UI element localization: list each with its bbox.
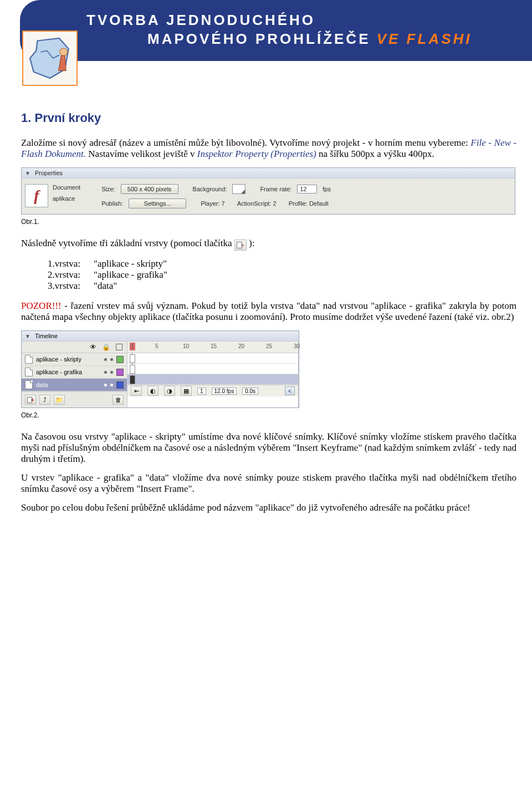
timeline-panel-header[interactable]: ▼ Timeline xyxy=(22,331,299,342)
visibility-dot[interactable] xyxy=(104,384,107,386)
insert-layer-icon[interactable]: + xyxy=(25,395,36,405)
paragraph-insertframe: U vrstev "aplikace - grafika" a "data" v… xyxy=(21,472,516,495)
properties-panel-header[interactable]: ▼ Properties xyxy=(22,168,515,179)
properties-panel-title: Properties xyxy=(35,170,63,176)
outline-color-swatch[interactable] xyxy=(116,381,124,389)
layer-val: "aplikace - skripty" xyxy=(94,258,167,269)
layer-icon xyxy=(25,355,33,364)
layer-name: aplikace - skripty xyxy=(36,356,101,363)
paragraph-warning: POZOR!!! - řazení vrstev má svůj význam.… xyxy=(21,300,516,323)
paragraph-layers-intro: Následně vytvoříme tři základní vrstvy (… xyxy=(21,238,516,251)
svg-marker-2 xyxy=(241,190,245,193)
timeline-panel-title: Timeline xyxy=(35,333,58,339)
layer-name: aplikace - grafika xyxy=(36,369,101,375)
paragraph-save: Soubor po celou dobu řešení průběžně ukl… xyxy=(21,502,516,513)
document-label: Document xyxy=(53,184,80,191)
onion-outline-icon[interactable]: ◑ xyxy=(164,386,175,396)
framerate-label: Frame rate: xyxy=(260,186,291,192)
banner-logo-icon xyxy=(22,30,78,86)
layer-name: data xyxy=(36,381,101,388)
paragraph-intro: Založíme si nový adresář (název a umístě… xyxy=(21,137,516,160)
banner-title-line1: Tvorba jednoduchého xyxy=(86,11,532,30)
properties-panel-body: f Document aplikace Size: 500 x 400 pixe… xyxy=(22,179,515,214)
size-button[interactable]: 500 x 400 pixels xyxy=(121,184,178,194)
settings-button[interactable]: Settings... xyxy=(129,198,186,208)
scroll-left-icon[interactable]: < xyxy=(285,386,295,395)
figure1-caption: Obr.1. xyxy=(21,218,516,226)
insert-layer-icon: + xyxy=(234,239,247,251)
center-frame-icon[interactable]: ⇤ xyxy=(131,386,142,396)
lock-dot[interactable] xyxy=(110,384,113,386)
fps-label: fps xyxy=(323,186,331,192)
figure2-caption: Obr.2. xyxy=(21,411,516,419)
application-name: aplikace xyxy=(53,195,80,202)
keyframe-cell[interactable] xyxy=(130,375,135,384)
lock-icon[interactable]: 🔒 xyxy=(102,343,110,351)
timeline-ruler[interactable]: 1 5 10 15 20 25 30 xyxy=(127,342,298,353)
layer-val: "aplikace - grafika" xyxy=(94,269,167,281)
timeline-layers-column: 👁 🔒 aplikace - skripty aplikace - grafik… xyxy=(22,342,127,407)
section-heading: 1. První kroky xyxy=(21,111,516,125)
insert-folder-icon[interactable]: 📁 xyxy=(54,395,65,405)
warn-label: POZOR!!! xyxy=(21,300,62,311)
banner-bar: Tvorba jednoduchého mapového prohlížeče … xyxy=(20,0,532,61)
current-frame-field: 1 xyxy=(197,388,206,395)
timeline-track-row[interactable] xyxy=(127,353,298,364)
keyframe-cell[interactable] xyxy=(130,354,135,363)
timeline-track-area[interactable]: 1 5 10 15 20 25 30 xyxy=(127,342,299,407)
collapse-triangle-icon[interactable]: ▼ xyxy=(25,333,30,339)
collapse-triangle-icon[interactable]: ▼ xyxy=(25,170,30,176)
fps-field: 12.0 fps xyxy=(212,388,237,395)
layer-icon xyxy=(25,368,33,376)
elapsed-time-field: 0.0s xyxy=(242,388,258,395)
delete-layer-icon[interactable]: 🗑 xyxy=(112,395,124,405)
header-banner: Tvorba jednoduchého mapového prohlížeče … xyxy=(0,0,532,94)
background-label: Background: xyxy=(193,186,227,192)
svg-point-1 xyxy=(60,48,68,56)
lock-dot[interactable] xyxy=(110,371,113,374)
properties-panel: ▼ Properties f Document aplikace Size: 5… xyxy=(21,167,515,215)
timeline-layer-row[interactable]: aplikace - grafika xyxy=(22,366,127,379)
onion-skin-icon[interactable]: ◐ xyxy=(147,386,158,396)
timeline-panel: ▼ Timeline 👁 🔒 aplikace - skripty xyxy=(21,330,299,408)
layer-icon xyxy=(25,380,33,389)
visibility-dot[interactable] xyxy=(104,358,107,361)
document-type-icon: f xyxy=(25,184,48,207)
actionscript-label: ActionScript: 2 xyxy=(237,200,277,207)
player-label: Player: 7 xyxy=(201,200,224,207)
timeline-layers-footer: + ⤴ 📁 🗑 xyxy=(22,391,127,407)
publish-label: Publish: xyxy=(101,200,123,207)
timeline-layer-row[interactable]: aplikace - skripty xyxy=(22,353,127,366)
lock-dot[interactable] xyxy=(110,358,113,361)
timeline-track-row-selected[interactable] xyxy=(127,374,298,385)
edit-multiple-icon[interactable]: ▦ xyxy=(181,386,192,396)
framerate-input[interactable]: 12 xyxy=(297,185,317,193)
background-swatch[interactable] xyxy=(232,184,245,194)
timeline-track-footer: ⇤ ◐ ◑ ▦ 1 12.0 fps 0.0s < xyxy=(127,385,298,396)
layer-key: 3.vrstva: xyxy=(21,281,94,292)
paragraph-keyframes: Na časovou osu vrstvy "aplikace - skript… xyxy=(21,431,516,465)
page-content: 1. První kroky Založíme si nový adresář … xyxy=(0,111,532,543)
outline-color-swatch[interactable] xyxy=(116,356,124,363)
size-label: Size: xyxy=(101,186,115,192)
keyframe-cell[interactable] xyxy=(130,365,135,374)
profile-label: Profile: Default xyxy=(289,200,329,207)
outline-icon[interactable] xyxy=(116,344,122,350)
layer-list: 1.vrstva:"aplikace - skripty" 2.vrstva:"… xyxy=(21,258,167,292)
visibility-dot[interactable] xyxy=(104,371,107,374)
eye-icon[interactable]: 👁 xyxy=(90,343,96,351)
outline-color-swatch[interactable] xyxy=(116,369,124,376)
layer-val: "data" xyxy=(94,281,167,292)
banner-title-line2: mapového prohlížeče ve FLASHI xyxy=(147,30,532,49)
insert-motion-icon[interactable]: ⤴ xyxy=(39,395,50,405)
timeline-track-row[interactable] xyxy=(127,364,298,374)
layer-key: 1.vrstva: xyxy=(21,258,94,269)
timeline-layer-row-selected[interactable]: data xyxy=(22,379,127,391)
layer-key: 2.vrstva: xyxy=(21,269,94,281)
